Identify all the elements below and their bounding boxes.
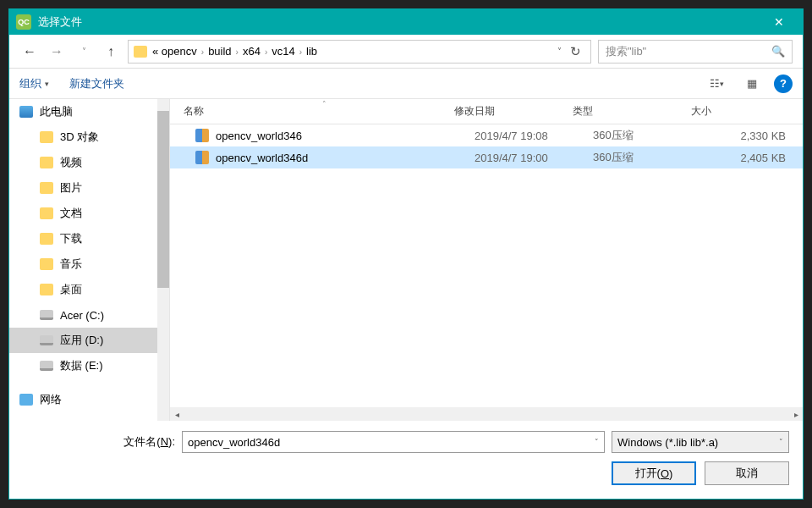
- breadcrumb-prefix: «: [152, 45, 158, 58]
- pc-icon: [19, 106, 33, 118]
- sidebar: 此电脑 3D 对象视频图片文档下载音乐桌面Acer (C:)应用 (D:)数据 …: [9, 99, 170, 421]
- file-name: opencv_world346d: [216, 152, 475, 164]
- sidebar-item[interactable]: 视频: [9, 150, 157, 175]
- chevron-right-icon: ›: [201, 47, 204, 57]
- file-row[interactable]: opencv_world346d2019/4/7 19:00360压缩2,405…: [170, 146, 803, 168]
- sidebar-item[interactable]: 图片: [9, 175, 157, 201]
- header-size[interactable]: 大小: [691, 104, 803, 119]
- open-button[interactable]: 打开(O): [612, 461, 696, 485]
- sidebar-item[interactable]: 应用 (D:): [9, 328, 157, 353]
- breadcrumb-segment[interactable]: opencv: [162, 45, 197, 58]
- help-button[interactable]: ?: [774, 75, 793, 93]
- drive-icon: [40, 361, 53, 371]
- file-type: 360压缩: [593, 128, 711, 143]
- header-type[interactable]: 类型: [573, 104, 691, 119]
- scroll-thumb[interactable]: [157, 111, 169, 288]
- breadcrumb-segment[interactable]: lib: [306, 45, 317, 58]
- file-icon: [195, 151, 209, 164]
- forward-button[interactable]: →: [47, 41, 67, 62]
- filename-label: 文件名(N):: [23, 434, 175, 450]
- sidebar-scrollbar[interactable]: [157, 99, 169, 421]
- breadcrumb[interactable]: « opencv›build›x64›vc14›lib ˅ ↻: [128, 40, 591, 64]
- organize-menu[interactable]: 组织▾: [19, 76, 49, 91]
- folder-icon: [40, 182, 53, 194]
- folder-icon: [40, 157, 53, 168]
- file-pane: ˄ 名称 修改日期 类型 大小 opencv_world3462019/4/7 …: [170, 99, 803, 421]
- network-icon: [19, 394, 33, 406]
- file-dialog: QC 选择文件 ✕ ← → ˅ ↑ « opencv›build›x64›vc1…: [8, 8, 804, 500]
- sidebar-item[interactable]: 数据 (E:): [9, 353, 157, 378]
- header-name[interactable]: 名称: [184, 104, 454, 119]
- sidebar-this-pc[interactable]: 此电脑: [9, 99, 157, 124]
- sidebar-item[interactable]: 3D 对象: [9, 124, 157, 150]
- search-placeholder: 搜索"lib": [606, 44, 646, 59]
- scroll-right[interactable]: ▸: [789, 410, 803, 419]
- breadcrumb-segment[interactable]: x64: [243, 45, 261, 58]
- header-date[interactable]: 修改日期: [454, 104, 573, 119]
- file-icon: [195, 129, 209, 142]
- folder-icon: [40, 207, 53, 219]
- column-headers: 名称 修改日期 类型 大小: [170, 99, 803, 124]
- file-list: opencv_world3462019/4/7 19:08360压缩2,330 …: [170, 124, 803, 407]
- sort-indicator: ˄: [322, 100, 326, 108]
- file-name: opencv_world346: [216, 130, 475, 142]
- filename-dropdown-icon[interactable]: ˅: [595, 438, 599, 446]
- up-button[interactable]: ↑: [101, 41, 121, 62]
- body: 此电脑 3D 对象视频图片文档下载音乐桌面Acer (C:)应用 (D:)数据 …: [9, 99, 803, 421]
- folder-icon: [40, 258, 53, 270]
- breadcrumb-segment[interactable]: build: [208, 45, 231, 58]
- search-icon: 🔍: [771, 45, 785, 58]
- horizontal-scrollbar[interactable]: ◂ ▸: [170, 407, 803, 421]
- file-type: 360压缩: [593, 150, 711, 165]
- toolbar: 组织▾ 新建文件夹 ☷ ▾ ▦ ?: [9, 69, 803, 99]
- sidebar-item[interactable]: Acer (C:): [9, 302, 157, 328]
- view-mode-button[interactable]: ☷ ▾: [703, 74, 730, 94]
- folder-icon: [40, 131, 53, 143]
- breadcrumb-dropdown[interactable]: ˅: [557, 47, 562, 56]
- chevron-right-icon: ›: [265, 47, 267, 57]
- navbar: ← → ˅ ↑ « opencv›build›x64›vc14›lib ˅ ↻ …: [9, 35, 803, 69]
- scroll-left[interactable]: ◂: [170, 410, 184, 419]
- folder-icon: [40, 233, 53, 245]
- search-input[interactable]: 搜索"lib" 🔍: [598, 40, 793, 64]
- recent-dropdown[interactable]: ˅: [74, 41, 94, 62]
- chevron-right-icon: ›: [236, 47, 239, 57]
- sidebar-item[interactable]: 文档: [9, 201, 157, 226]
- folder-icon: [134, 46, 147, 58]
- filename-input[interactable]: opencv_world346d ˅: [182, 431, 605, 453]
- cancel-button[interactable]: 取消: [705, 461, 789, 485]
- new-folder-button[interactable]: 新建文件夹: [69, 76, 124, 91]
- drive-icon: [40, 310, 53, 320]
- file-date: 2019/4/7 19:00: [475, 152, 593, 164]
- footer: 文件名(N): opencv_world346d ˅ Windows (*.li…: [9, 421, 803, 499]
- sidebar-item[interactable]: 下载: [9, 226, 157, 251]
- file-size: 2,330 KB: [711, 130, 803, 142]
- file-size: 2,405 KB: [711, 152, 803, 164]
- close-button[interactable]: ✕: [762, 9, 796, 35]
- sidebar-item[interactable]: 音乐: [9, 251, 157, 277]
- sidebar-item[interactable]: 桌面: [9, 277, 157, 302]
- sidebar-network[interactable]: 网络: [9, 387, 157, 412]
- drive-icon: [40, 335, 53, 345]
- window-title: 选择文件: [38, 14, 762, 30]
- refresh-button[interactable]: ↻: [565, 44, 585, 59]
- file-date: 2019/4/7 19:08: [475, 130, 593, 142]
- titlebar: QC 选择文件 ✕: [9, 9, 803, 35]
- filter-select[interactable]: Windows (*.lib lib*.a) ˅: [612, 431, 789, 453]
- back-button[interactable]: ←: [19, 41, 40, 62]
- chevron-right-icon: ›: [299, 47, 302, 57]
- chevron-down-icon: ˅: [779, 438, 783, 446]
- file-row[interactable]: opencv_world3462019/4/7 19:08360压缩2,330 …: [170, 124, 803, 146]
- preview-pane-button[interactable]: ▦: [738, 74, 765, 94]
- folder-icon: [40, 284, 53, 295]
- app-icon: QC: [16, 14, 31, 30]
- breadcrumb-segment[interactable]: vc14: [272, 45, 294, 58]
